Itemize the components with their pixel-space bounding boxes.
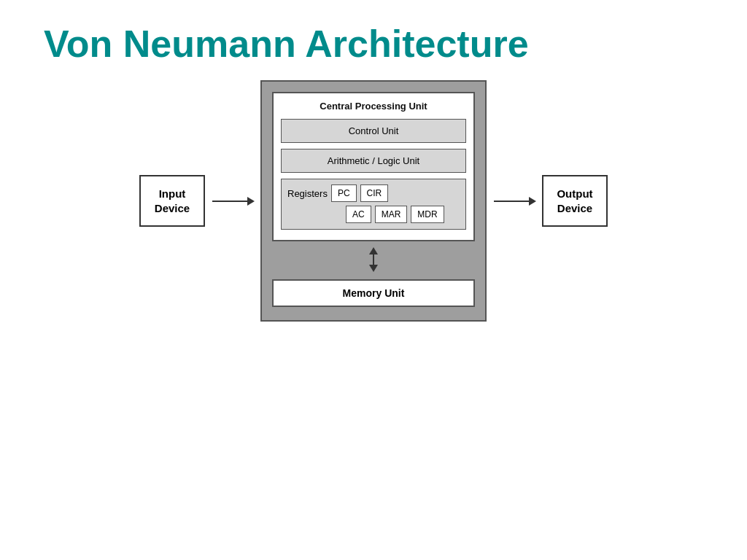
- alu-box: Arithmetic / Logic Unit: [281, 149, 466, 173]
- reg-mdr-chip: MDR: [411, 206, 444, 223]
- reg-pc-chip: PC: [331, 184, 357, 202]
- cpu-memory-arrow: [272, 246, 475, 273]
- cpu-outer-box: Central Processing Unit Control Unit Ari…: [260, 80, 487, 322]
- control-unit-box: Control Unit: [281, 119, 466, 143]
- input-to-cpu-arrow: [211, 192, 255, 210]
- input-device-label: Input Device: [155, 187, 190, 214]
- svg-marker-4: [369, 265, 378, 272]
- svg-marker-3: [369, 247, 378, 254]
- reg-cir-chip: CIR: [360, 184, 389, 202]
- svg-marker-1: [247, 197, 255, 206]
- registers-top-row: Registers PC CIR: [287, 184, 460, 202]
- registers-bottom-row: AC MAR MDR: [287, 206, 460, 223]
- reg-mar-chip: MAR: [375, 206, 408, 223]
- cpu-label: Central Processing Unit: [281, 101, 466, 112]
- reg-ac-chip: AC: [346, 206, 371, 223]
- page-title: Von Neumann Architecture: [0, 0, 747, 73]
- svg-marker-6: [529, 197, 536, 206]
- input-device-box: Input Device: [139, 175, 205, 227]
- arrow-right-icon-2: [492, 192, 536, 210]
- registers-box: Registers PC CIR AC MAR: [281, 179, 466, 230]
- double-arrow-icon: [365, 246, 382, 273]
- cpu-to-output-arrow: [492, 192, 536, 210]
- output-device-label: Output Device: [557, 187, 592, 214]
- arrow-right-icon: [211, 192, 255, 210]
- registers-label: Registers: [287, 188, 328, 199]
- cpu-inner-box: Central Processing Unit Control Unit Ari…: [272, 92, 475, 241]
- memory-unit-label: Memory Unit: [343, 287, 405, 299]
- output-device-box: Output Device: [542, 175, 608, 227]
- control-unit-label: Control Unit: [349, 125, 399, 136]
- diagram-area: Input Device Central Processing Unit Con…: [0, 80, 747, 322]
- memory-unit-box: Memory Unit: [272, 279, 475, 307]
- alu-label: Arithmetic / Logic Unit: [328, 155, 419, 166]
